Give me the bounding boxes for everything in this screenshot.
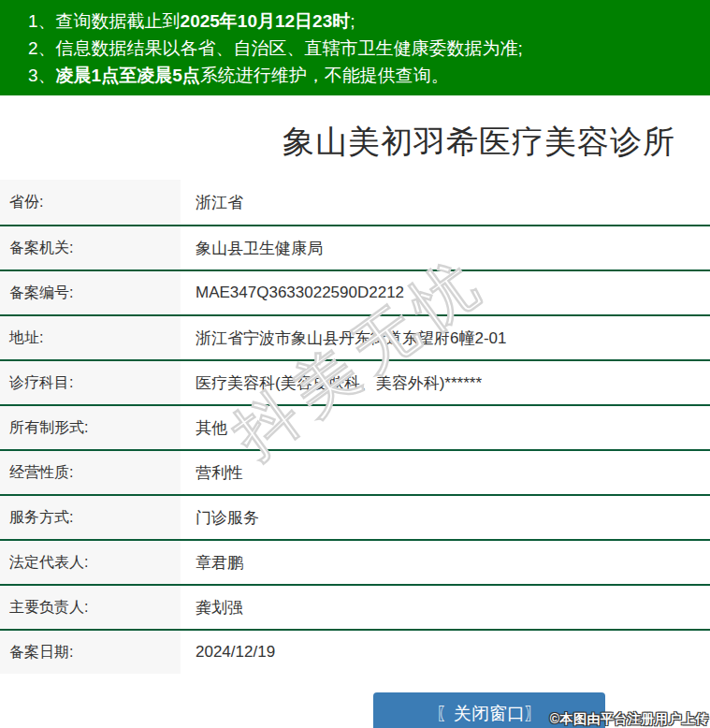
row-label: 主要负责人:	[0, 586, 181, 629]
row-value: 浙江省宁波市象山县丹东街道东望府6幢2-01	[181, 316, 710, 359]
row-value: 其他	[181, 406, 710, 449]
row-value: 2024/12/19	[181, 631, 710, 674]
row-label: 经营性质:	[0, 451, 181, 494]
row-value: 象山县卫生健康局	[181, 226, 710, 269]
row-label: 备案机关:	[0, 226, 181, 269]
table-row-filing-authority: 备案机关: 象山县卫生健康局	[0, 225, 710, 269]
notice-bar: 1、查询数据截止到2025年10月12日23时; 2、信息数据结果以各省、自治区…	[0, 0, 710, 95]
row-label: 所有制形式:	[0, 406, 181, 449]
uploader-watermark: ©本图由平台注册用户上传	[550, 711, 709, 728]
row-label: 备案日期:	[0, 631, 181, 674]
table-row-legal-representative: 法定代表人: 章君鹏	[0, 539, 710, 584]
table-row-filing-date: 备案日期: 2024/12/19	[0, 629, 710, 674]
notice-1-suffix: ;	[350, 11, 355, 31]
row-label: 诊疗科目:	[0, 361, 181, 404]
table-row-filing-number: 备案编号: MAE347Q3633022590D2212	[0, 269, 710, 314]
title-section: 象山美初羽希医疗美容诊所	[0, 95, 710, 180]
row-label: 法定代表人:	[0, 541, 181, 584]
row-value: 门诊服务	[181, 496, 710, 539]
row-label: 省份:	[0, 180, 181, 225]
notice-line-3: 3、凌晨1点至凌晨5点系统进行维护，不能提供查询。	[28, 62, 703, 89]
page-title: 象山美初羽希医疗美容诊所	[283, 121, 675, 164]
notice-2-text: 2、信息数据结果以各省、自治区、直辖市卫生健康委数据为准;	[28, 38, 523, 58]
row-value: 章君鹏	[181, 541, 710, 584]
row-value: 龚划强	[181, 586, 710, 629]
record-table: 省份: 浙江省 备案机关: 象山县卫生健康局 备案编号: MAE347Q3633…	[0, 180, 710, 674]
notice-1-text: 1、查询数据截止到	[28, 11, 181, 31]
row-label: 备案编号:	[0, 271, 181, 314]
table-row-address: 地址: 浙江省宁波市象山县丹东街道东望府6幢2-01	[0, 314, 710, 359]
table-row-business-nature: 经营性质: 营利性	[0, 449, 710, 494]
notice-line-1: 1、查询数据截止到2025年10月12日23时;	[28, 7, 703, 35]
row-value: 浙江省	[181, 180, 710, 225]
row-value: MAE347Q3633022590D2212	[181, 271, 710, 314]
row-value: 营利性	[181, 451, 710, 494]
table-row-departments: 诊疗科目: 医疗美容科(美容皮肤科、美容外科)******	[0, 359, 710, 404]
row-label: 地址:	[0, 316, 181, 359]
row-label: 服务方式:	[0, 496, 181, 539]
table-row-main-person-in-charge: 主要负责人: 龚划强	[0, 584, 710, 629]
table-row-ownership-form: 所有制形式: 其他	[0, 404, 710, 449]
notice-3-suffix: 系统进行维护，不能提供查询。	[200, 66, 449, 85]
notice-1-bold-text: 2025年10月12日23时	[181, 11, 351, 31]
notice-3-text: 3、	[28, 66, 56, 85]
table-row-province: 省份: 浙江省	[0, 180, 710, 225]
row-value: 医疗美容科(美容皮肤科、美容外科)******	[181, 361, 710, 404]
notice-line-2: 2、信息数据结果以各省、自治区、直辖市卫生健康委数据为准;	[28, 35, 703, 62]
table-row-service-mode: 服务方式: 门诊服务	[0, 494, 710, 539]
notice-3-bold-text: 凌晨1点至凌晨5点	[56, 66, 200, 85]
